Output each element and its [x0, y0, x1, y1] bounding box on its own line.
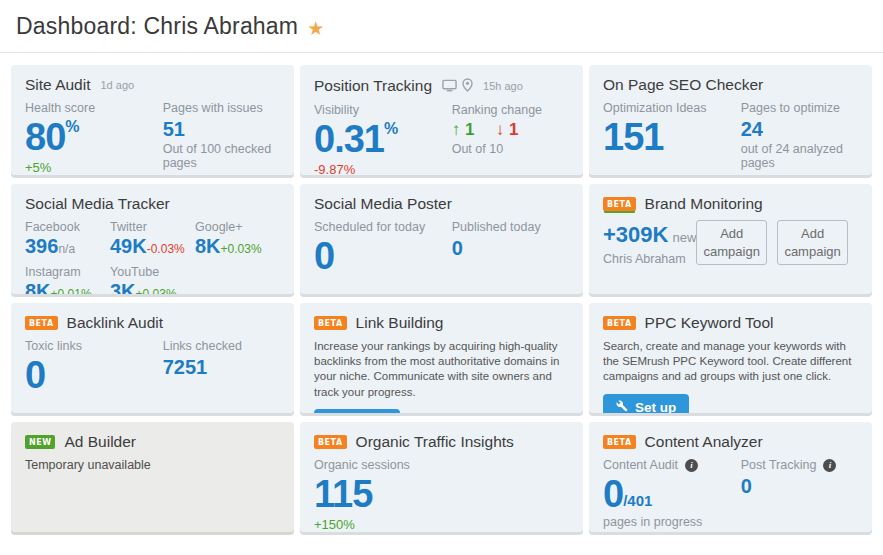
- page-title: Dashboard: Chris Abraham: [16, 13, 298, 40]
- ranking-change-values: ↑ 1 ↓ 1: [452, 120, 569, 140]
- set-up-label: Set up: [635, 400, 676, 413]
- card-title: Site Audit: [25, 76, 91, 94]
- metric-label: Scheduled for today: [314, 220, 452, 234]
- metric-label: Links checked: [163, 339, 280, 353]
- social-network-googleplus: Google+ 8K+0.03%: [195, 220, 280, 258]
- health-score-delta: +5%: [25, 160, 163, 175]
- metric-label: Optimization Ideas: [603, 101, 741, 115]
- card-ad-builder[interactable]: NEW Ad Builder Temporary unavailable: [11, 422, 294, 532]
- dashboard-grid: Site Audit 1d ago Health score 80% +5% P…: [0, 53, 883, 540]
- set-up-button[interactable]: Set up: [314, 409, 400, 413]
- new-badge: NEW: [25, 435, 55, 449]
- card-header: NEW Ad Builder: [25, 433, 280, 451]
- info-icon[interactable]: [685, 459, 698, 472]
- card-title: Content Analyzer: [645, 433, 763, 451]
- card-header: BETA Link Building: [314, 314, 569, 332]
- campaign-name: Chris Abraham: [603, 252, 696, 266]
- card-social-media-poster[interactable]: Social Media Poster Scheduled for today …: [300, 184, 583, 294]
- metric-note: Out of 10: [452, 142, 569, 156]
- card-header: BETA Content Analyzer: [603, 433, 858, 451]
- post-tracking-value: 0: [741, 475, 858, 497]
- beta-badge: BETA: [25, 316, 58, 330]
- toxic-links-value: 0: [25, 354, 45, 396]
- card-site-audit[interactable]: Site Audit 1d ago Health score 80% +5% P…: [11, 65, 294, 175]
- card-organic-traffic-insights[interactable]: BETA Organic Traffic Insights Organic se…: [300, 422, 583, 532]
- beta-badge: BETA: [314, 435, 347, 449]
- card-header: On Page SEO Checker: [603, 76, 858, 94]
- metric-label: Pages with issues: [163, 101, 280, 115]
- card-ppc-keyword-tool[interactable]: BETA PPC Keyword Tool Search, create and…: [589, 303, 872, 413]
- social-network-youtube: YouTube 3K+0.03%: [110, 265, 195, 294]
- card-title: Position Tracking: [314, 77, 432, 95]
- content-audit-value: 0/401: [603, 475, 741, 513]
- card-content-analyzer[interactable]: BETA Content Analyzer Content Audit 0/40…: [589, 422, 872, 532]
- card-link-building[interactable]: BETA Link Building Increase your ranking…: [300, 303, 583, 413]
- metric-note: out of 24 analyzed pages: [741, 142, 858, 170]
- social-value: 8K+0.01%: [25, 280, 110, 294]
- card-brand-monitoring[interactable]: BETA Brand Monitoring +309Knew Chris Abr…: [589, 184, 872, 294]
- card-title: Social Media Poster: [314, 195, 452, 213]
- card-social-media-tracker[interactable]: Social Media Tracker Facebook 396n/a Twi…: [11, 184, 294, 294]
- metric-label: Published today: [452, 220, 569, 234]
- social-value: 8K+0.03%: [195, 235, 280, 258]
- published-today-value: 0: [452, 237, 569, 259]
- card-title: Social Media Tracker: [25, 195, 170, 213]
- add-campaign-button[interactable]: Add campaign: [777, 220, 848, 265]
- metric-label: Visibility: [314, 103, 452, 117]
- social-value: 396n/a: [25, 235, 110, 258]
- ranking-up-value: 1: [465, 120, 474, 139]
- mentions-value: +309Knew: [603, 222, 696, 248]
- card-header: Position Tracking 15h ago: [314, 76, 569, 96]
- card-backlink-audit[interactable]: BETA Backlink Audit Toxic links 0 Links …: [11, 303, 294, 413]
- card-header: Social Media Poster: [314, 195, 569, 213]
- wrench-icon: [616, 400, 628, 413]
- card-header: BETA Brand Monitoring: [603, 195, 858, 213]
- info-icon[interactable]: [823, 459, 836, 472]
- tool-description: Increase your rankings by acquiring high…: [314, 339, 569, 400]
- add-campaign-button[interactable]: Add campaign: [696, 220, 767, 265]
- location-pin-icon: [462, 78, 473, 96]
- metric-label: Ranking change: [452, 103, 569, 117]
- arrow-up-icon: ↑: [452, 120, 461, 139]
- card-title: Link Building: [356, 314, 444, 332]
- social-network-facebook: Facebook 396n/a: [25, 220, 110, 258]
- health-score-value: 80%: [25, 118, 163, 156]
- metric-label: Post Tracking: [741, 458, 817, 472]
- links-checked-value: 7251: [163, 356, 280, 378]
- beta-badge: BETA: [603, 435, 636, 449]
- metric-label: Health score: [25, 101, 163, 115]
- social-network-instagram: Instagram 8K+0.01%: [25, 265, 110, 294]
- social-value: 3K+0.03%: [110, 280, 195, 294]
- metric-note: pages in progress: [603, 515, 741, 529]
- card-on-page-seo-checker[interactable]: On Page SEO Checker Optimization Ideas 1…: [589, 65, 872, 175]
- optimization-ideas-value: 151: [603, 116, 663, 158]
- organic-sessions-value: 115: [314, 473, 372, 515]
- card-header: BETA PPC Keyword Tool: [603, 314, 858, 332]
- card-title: Organic Traffic Insights: [356, 433, 514, 451]
- tool-description: Search, create and manage your keywords …: [603, 339, 858, 385]
- ranking-down-value: 1: [509, 120, 518, 139]
- card-header: Social Media Tracker: [25, 195, 280, 213]
- set-up-button[interactable]: Set up: [603, 394, 689, 413]
- metric-note: Out of 100 checked pages: [163, 142, 280, 170]
- pages-with-issues-value: 51: [163, 118, 280, 140]
- card-timestamp: 1d ago: [101, 79, 135, 91]
- card-position-tracking[interactable]: Position Tracking 15h ago Visibility 0.3…: [300, 65, 583, 175]
- pages-to-optimize-value: 24: [741, 118, 858, 140]
- organic-sessions-delta: +150%: [314, 517, 569, 532]
- visibility-delta: -9.87%: [314, 162, 452, 175]
- card-title: PPC Keyword Tool: [645, 314, 774, 332]
- card-title: Backlink Audit: [67, 314, 164, 332]
- desktop-icon: [442, 78, 457, 96]
- scheduled-today-value: 0: [314, 235, 334, 277]
- beta-badge: BETA: [603, 197, 636, 211]
- card-header: Site Audit 1d ago: [25, 76, 280, 94]
- beta-badge: BETA: [314, 316, 347, 330]
- beta-badge: BETA: [603, 316, 636, 330]
- card-title: On Page SEO Checker: [603, 76, 763, 94]
- card-title: Brand Monitoring: [645, 195, 763, 213]
- metric-label: Toxic links: [25, 339, 163, 353]
- favorite-star-icon[interactable]: ★: [307, 17, 324, 40]
- card-title: Ad Builder: [64, 433, 136, 451]
- card-timestamp: 15h ago: [483, 80, 523, 92]
